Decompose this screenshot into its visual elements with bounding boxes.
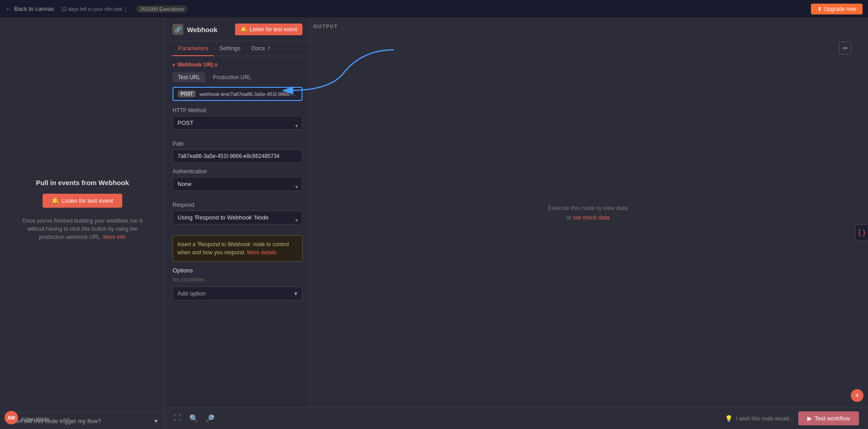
respond-select-wrapper: Using 'Respond to Webhook' Node — [173, 210, 302, 230]
output-panel: OUTPUT Execute this node to view data or… — [308, 18, 868, 407]
edit-icon[interactable]: ✏ — [839, 42, 852, 54]
webhook-urls-label: Webhook URLs — [177, 62, 217, 68]
panel-body: ▾ Webhook URLs Test URL Production URL P… — [165, 56, 310, 407]
more-info-link[interactable]: More info — [103, 234, 126, 240]
http-method-select[interactable]: POST — [173, 116, 302, 130]
test-workflow-button[interactable]: ▶ Test workflow — [798, 411, 859, 425]
test-workflow-label: Test workflow — [815, 415, 850, 422]
http-method-select-wrapper: POST — [173, 116, 302, 135]
description-text: Once you've finished building your workf… — [14, 217, 150, 241]
execute-text: Execute this node to view data — [548, 205, 628, 211]
bottom-test-bar: 💡 I wish this node would... ▶ Test workf… — [165, 407, 868, 429]
respond-label: Respond — [173, 202, 302, 208]
bottom-toolbar-icons: ⛶ 🔍 🔍 — [165, 407, 222, 429]
add-option-button[interactable]: Add option ▾ — [173, 286, 302, 300]
url-tab-production[interactable]: Production URL — [207, 72, 257, 82]
zoom-in-button[interactable]: 🔍 — [187, 411, 201, 425]
collapse-chevron-icon[interactable]: ▾ — [173, 62, 175, 67]
webhook-url-box[interactable]: POST webhook-test/7a87ea86-3a5e-451f-986… — [173, 87, 302, 101]
upgrade-label: Upgrade now — [824, 6, 856, 12]
back-to-canvas-link[interactable]: ← Back to canvas — [5, 5, 54, 12]
webhook-node-icon: 🔗 — [173, 24, 183, 35]
listen-for-test-event-button[interactable]: 🔔 Listen for test event — [43, 194, 122, 208]
http-method-label: HTTP Method — [173, 107, 302, 114]
path-label: Path — [173, 141, 302, 147]
webhook-title-text: Webhook — [187, 26, 217, 33]
wish-text-area: 💡 I wish this node would... — [725, 415, 794, 422]
executions-badge: 26/1000 Executions — [136, 5, 187, 13]
tab-docs[interactable]: Docs ↗ — [246, 41, 276, 56]
canvas[interactable]: Pull in events from Webhook 🔔 Listen for… — [0, 18, 868, 429]
back-to-canvas-label: Back to canvas — [14, 5, 54, 12]
play-icon: ▶ — [807, 415, 812, 422]
trial-badge: 12 days left in your n8n trial — [61, 6, 122, 12]
left-panel-center: Pull in events from Webhook 🔔 Listen for… — [0, 18, 165, 429]
webhook-panel-header: 🔗 Webhook 🔔 Listen for test event — [165, 18, 310, 41]
user-avatar[interactable]: AW — [5, 411, 18, 424]
more-details-link[interactable]: More details — [247, 249, 276, 256]
output-content: Execute this node to view data or set mo… — [548, 205, 628, 221]
webhook-urls-section-header: ▾ Webhook URLs — [173, 62, 302, 68]
add-option-label: Add option — [177, 290, 206, 297]
back-arrow-icon: ← — [5, 5, 11, 12]
bell-icon: 🔔 — [52, 197, 59, 204]
panel-tabs: Parameters Settings Docs ↗ — [165, 41, 310, 56]
url-tab-test[interactable]: Test URL — [173, 72, 206, 82]
set-mock-data-link[interactable]: set mock data — [573, 214, 610, 221]
authentication-label: Authentication — [173, 168, 302, 175]
listen-btn-label: Listen for test event — [62, 197, 113, 204]
listen-for-test-event-top-button[interactable]: 🔔 Listen for test event — [235, 24, 302, 35]
top-bar: ← Back to canvas 12 days left in your n8… — [0, 0, 868, 18]
authentication-select-wrapper: None — [173, 177, 302, 196]
path-input[interactable] — [173, 149, 302, 163]
json-panel-icon[interactable]: { } — [855, 224, 868, 241]
user-name: Aiden Wells — [21, 416, 49, 423]
listen-btn-top-label: Listen for test event — [249, 26, 297, 33]
upgrade-button[interactable]: ⬆ Upgrade now — [811, 4, 863, 14]
left-panel: Pull in events from Webhook 🔔 Listen for… — [0, 18, 165, 429]
add-option-chevron-icon: ▾ — [294, 290, 297, 297]
info-box: Insert a 'Respond to Webhook' node to co… — [173, 235, 302, 262]
output-label: OUTPUT — [313, 24, 338, 29]
bell-icon-small: 🔔 — [240, 26, 247, 33]
wish-text: I wish this node would... — [736, 415, 794, 422]
options-label: Options — [173, 267, 302, 274]
respond-select[interactable]: Using 'Respond to Webhook' Node — [173, 210, 302, 224]
lightbulb-icon: 💡 — [725, 415, 733, 422]
chevron-down-icon: ▾ — [154, 417, 158, 424]
no-properties-text: No properties — [173, 276, 302, 283]
tab-settings[interactable]: Settings — [214, 41, 246, 56]
webhook-panel-title: 🔗 Webhook — [173, 24, 217, 35]
fullscreen-button[interactable]: ⛶ — [171, 411, 184, 425]
tab-parameters[interactable]: Parameters — [173, 41, 214, 56]
upgrade-icon: ⬆ — [817, 6, 822, 12]
add-node-button[interactable]: + — [851, 389, 863, 402]
webhook-url-text: webhook-test/7a87ea86-3a5e-451f-9866-e8c… — [199, 91, 297, 97]
zoom-out-button[interactable]: 🔍 — [203, 411, 217, 425]
url-tabs: Test URL Production URL — [173, 72, 302, 82]
or-text: or — [566, 214, 571, 221]
node-title: Pull in events from Webhook — [36, 179, 129, 186]
authentication-select[interactable]: None — [173, 177, 302, 191]
more-options-icon[interactable]: ••• — [63, 415, 70, 423]
post-badge: POST — [178, 91, 196, 97]
webhook-panel: 🔗 Webhook 🔔 Listen for test event Parame… — [165, 18, 310, 407]
external-link-icon: ↗ — [267, 46, 270, 51]
